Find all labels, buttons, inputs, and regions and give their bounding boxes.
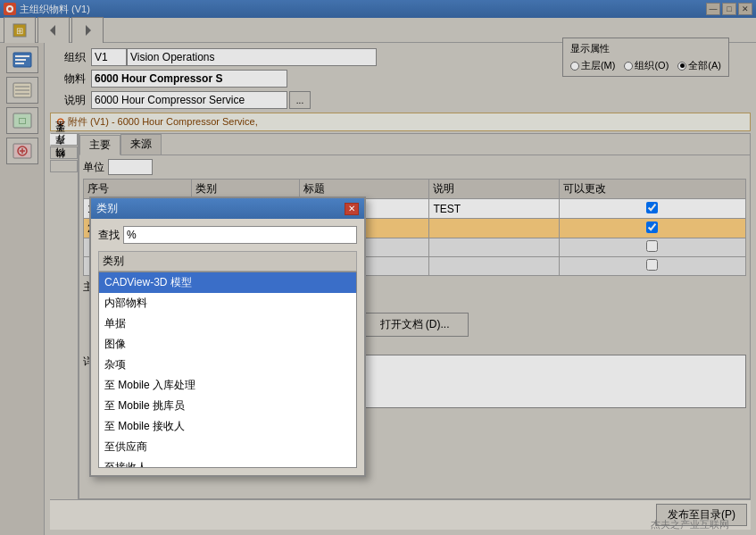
dialog-close-btn[interactable]: ✕ <box>345 203 359 215</box>
dialog-search-input[interactable] <box>123 226 357 244</box>
dialog-list-item-mobile-recv[interactable]: 至 Mobile 接收人 <box>99 416 356 437</box>
dialog-list-item-mobile-in[interactable]: 至 Mobile 入库处理 <box>99 375 356 396</box>
dialog-list-item-mobile-pick[interactable]: 至 Mobile 挑库员 <box>99 396 356 416</box>
dialog-list-item-receiver[interactable]: 至接收人 <box>99 457 356 468</box>
dialog-list[interactable]: CADView-3D 模型 内部物料 单据 图像 杂项 至 Mobile 入库处… <box>98 272 357 468</box>
dialog-body: 查找 类别 CADView-3D 模型 内部物料 单据 图像 杂项 至 Mobi… <box>91 219 364 475</box>
dialog-list-item-internal[interactable]: 内部物料 <box>99 293 356 313</box>
category-dialog: 类别 ✕ 查找 类别 CADView-3D 模型 内部物料 单据 图像 杂项 至… <box>89 196 366 477</box>
dialog-list-header: 类别 <box>98 251 357 272</box>
dialog-list-item-misc[interactable]: 杂项 <box>99 355 356 375</box>
dialog-search-label: 查找 <box>98 228 120 243</box>
dialog-list-item-supplier[interactable]: 至供应商 <box>99 437 356 457</box>
dialog-title-bar: 类别 ✕ <box>91 198 364 219</box>
dialog-list-item-cadview[interactable]: CADView-3D 模型 <box>99 272 356 293</box>
dialog-title: 类别 <box>96 201 118 216</box>
dialog-list-item-image[interactable]: 图像 <box>99 334 356 355</box>
dialog-list-item-receipt[interactable]: 单据 <box>99 313 356 334</box>
dialog-search-row: 查找 <box>98 226 357 244</box>
